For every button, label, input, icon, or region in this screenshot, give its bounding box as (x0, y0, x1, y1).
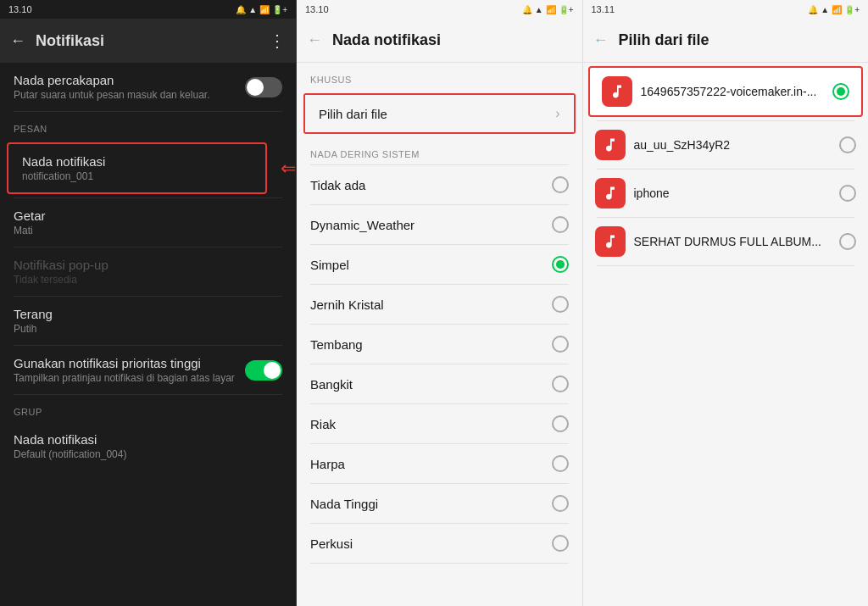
nada-percakapan-item[interactable]: Nada percakapan Putar suara untuk pesan … (0, 63, 296, 111)
nada-notifikasi-row: Nada notifikasi notification_001 ⇐ (0, 139, 296, 197)
back-button-1[interactable]: ← (10, 32, 25, 50)
file-item-1[interactable]: au_uu_SzH34yR2 (583, 121, 869, 169)
file-radio-2[interactable] (839, 185, 856, 202)
toggle-knob-1 (247, 79, 264, 96)
priority-toggle-knob (264, 362, 281, 379)
radio-9[interactable] (552, 535, 569, 552)
section-label-khusus: KHUSUS (297, 63, 582, 90)
radio-5[interactable] (552, 375, 569, 392)
radio-8[interactable] (552, 495, 569, 512)
music-note-icon-0 (609, 83, 626, 100)
ringtone-label-3: Jernih Kristal (310, 297, 384, 312)
wifi-icon-2: 📶 (546, 5, 556, 14)
page-title-3: Pilih dari file (619, 31, 859, 49)
getar-subtitle: Mati (14, 225, 282, 236)
terang-item[interactable]: Terang Putih (0, 297, 296, 345)
pilih-dari-file-highlight: Pilih dari file › (303, 93, 576, 134)
battery-icon-1: 🔋+ (272, 5, 287, 14)
ringtone-label-8: Nada Tinggi (310, 497, 378, 511)
signal-icon-1: ▲ (248, 5, 257, 14)
ringtone-8[interactable]: Nada Tinggi (297, 484, 582, 523)
priority-toggle[interactable] (245, 360, 282, 381)
section-label-grup: Grup (0, 395, 296, 422)
file-name-1: au_uu_SzH34yR2 (634, 138, 832, 152)
menu-button-1[interactable]: ⋮ (269, 31, 286, 51)
ringtone-4[interactable]: Tembang (297, 325, 582, 364)
time-2: 13.10 (305, 4, 329, 14)
music-note-icon-2 (602, 185, 619, 202)
priority-subtitle: Tampilkan pratinjau notifikasi di bagian… (14, 372, 236, 384)
ringtone-0[interactable]: Tidak ada (297, 165, 582, 204)
notification-icon: 🔔 (236, 5, 246, 14)
header-notifikasi: ← Notifikasi ⋮ (0, 19, 296, 63)
panel-notifikasi: 13.10 🔔 ▲ 📶 🔋+ ← Notifikasi ⋮ Nada perca… (0, 0, 297, 606)
ringtone-label-5: Bangkit (310, 377, 353, 392)
divider-l11 (310, 563, 569, 564)
radio-7[interactable] (552, 455, 569, 472)
ringtone-3[interactable]: Jernih Kristal (297, 285, 582, 324)
ringtone-label-6: Riak (310, 417, 336, 431)
priority-title: Gunakan notifikasi prioritas tinggi (14, 356, 236, 370)
file-name-0: 1649657357222-voicemaker.in-... (641, 85, 825, 98)
signal-icon-2: ▲ (535, 5, 543, 14)
back-button-3[interactable]: ← (593, 31, 609, 49)
file-radio-3[interactable] (839, 233, 856, 250)
bell-icon-2: 🔔 (522, 5, 532, 14)
bell-icon-3: 🔔 (808, 5, 818, 14)
file-name-2: iphone (634, 186, 832, 200)
status-icons-3: 🔔 ▲ 📶 🔋+ (808, 5, 860, 14)
nada-percakapan-toggle[interactable] (245, 77, 282, 97)
radio-1[interactable] (552, 216, 569, 233)
ringtone-7[interactable]: Harpa (297, 444, 582, 483)
radio-6[interactable] (552, 415, 569, 432)
red-arrow-icon: ⇐ (281, 158, 296, 180)
file-radio-0[interactable] (832, 83, 849, 100)
priority-notif-row[interactable]: Gunakan notifikasi prioritas tinggi Tamp… (0, 346, 296, 394)
radio-4[interactable] (552, 336, 569, 353)
getar-item[interactable]: Getar Mati (0, 198, 296, 247)
ringtone-2[interactable]: Simpel (297, 245, 582, 284)
music-icon-2 (595, 178, 626, 208)
music-note-icon-3 (602, 233, 619, 250)
radio-2[interactable] (552, 256, 569, 273)
getar-title: Getar (14, 208, 282, 223)
nada-notifikasi-highlight: Nada notifikasi notification_001 (7, 142, 267, 194)
music-icon-1 (595, 130, 626, 160)
nada-notifikasi-subtitle: notification_001 (22, 170, 252, 182)
file-item-3[interactable]: SERHAT DURMUS FULL ALBUM... (583, 218, 869, 265)
radio-0[interactable] (552, 176, 569, 193)
nada-percakapan-subtitle: Putar suara untuk pesan masuk dan keluar… (14, 89, 209, 101)
grup-nada-title: Nada notifikasi (14, 432, 282, 447)
page-title-1: Notifikasi (36, 32, 259, 50)
back-button-2[interactable]: ← (307, 31, 322, 49)
panel-nada-notifikasi: 13.10 🔔 ▲ 📶 🔋+ ← Nada notifikasi KHUSUS … (297, 0, 583, 606)
file-item-0[interactable]: 1649657357222-voicemaker.in-... (590, 68, 862, 115)
chevron-right-icon: › (555, 106, 559, 121)
status-icons-1: 🔔 ▲ 📶 🔋+ (236, 5, 287, 14)
file-item-2[interactable]: iphone (583, 170, 869, 217)
nada-percakapan-title: Nada percakapan (14, 73, 209, 87)
ringtone-label-0: Tidak ada (310, 178, 365, 192)
music-icon-0 (602, 76, 632, 107)
popup-item: Notifikasi pop-up Tidak tersedia (0, 247, 296, 296)
section-label-pesan: Pesan (0, 112, 296, 139)
ringtone-5[interactable]: Bangkit (297, 364, 582, 403)
pilih-dari-file-item[interactable]: Pilih dari file › (305, 95, 574, 132)
file-divider-4 (597, 265, 855, 266)
file-radio-1[interactable] (839, 136, 856, 153)
nada-percakapan-text: Nada percakapan Putar suara untuk pesan … (14, 73, 209, 101)
radio-3[interactable] (552, 296, 569, 313)
wifi-icon: 📶 (259, 5, 270, 14)
status-bar-3: 13.11 🔔 ▲ 📶 🔋+ (583, 0, 869, 19)
battery-icon-3: 🔋+ (844, 5, 860, 14)
panel2-scroll: KHUSUS Pilih dari file › NADA DERING SIS… (297, 63, 582, 606)
ringtone-6[interactable]: Riak (297, 404, 582, 443)
time-3: 13.11 (592, 4, 615, 14)
ringtone-1[interactable]: Dynamic_Weather (297, 205, 582, 244)
priority-notif-text: Gunakan notifikasi prioritas tinggi Tamp… (14, 356, 245, 384)
battery-icon-2: 🔋+ (559, 5, 574, 14)
nada-notifikasi-item[interactable]: Nada notifikasi notification_001 (8, 144, 265, 192)
grup-nada-item[interactable]: Nada notifikasi Default (notification_00… (0, 422, 296, 470)
ringtone-label-4: Tembang (310, 337, 363, 352)
ringtone-9[interactable]: Perkusi (297, 524, 582, 563)
